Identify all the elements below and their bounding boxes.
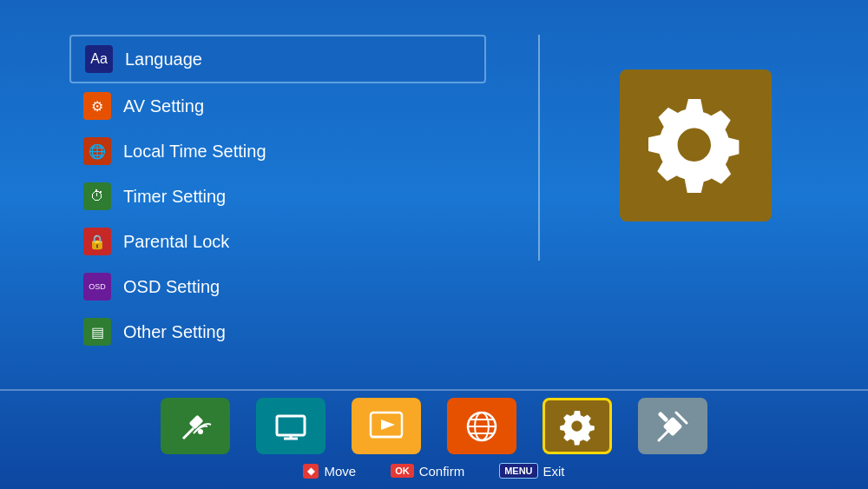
menu-panel: AaLanguage⚙AV Setting🌐Local Time Setting… (69, 35, 486, 372)
svg-point-2 (198, 429, 203, 434)
control-confirm: OKConfirm (391, 464, 464, 479)
timer-icon: ⏱ (83, 182, 111, 210)
main-container: AaLanguage⚙AV Setting🌐Local Time Setting… (0, 0, 868, 489)
control-move: ◆Move (303, 464, 356, 479)
other-setting-label: Other Setting (123, 322, 226, 342)
menu-item-other-setting[interactable]: ▤Other Setting (69, 309, 486, 354)
nav-tv-button[interactable] (256, 398, 326, 454)
divider (538, 35, 540, 261)
ctrl-label-confirm: Confirm (419, 464, 465, 479)
menu-item-parental-lock[interactable]: 🔒Parental Lock (69, 219, 486, 264)
nav-system-button[interactable] (542, 398, 612, 454)
ctrl-badge-exit: MENU (499, 463, 537, 479)
osd-icon: OSD (83, 273, 111, 301)
svg-line-17 (661, 414, 666, 420)
menu-item-osd[interactable]: OSDOSD Setting (69, 264, 486, 309)
bottom-controls: ◆MoveOKConfirmMENUExit (303, 463, 564, 489)
parental-lock-icon: 🔒 (83, 228, 111, 255)
av-setting-label: AV Setting (123, 96, 204, 116)
svg-marker-7 (381, 420, 395, 430)
bottom-bar: ◆MoveOKConfirmMENUExit (0, 389, 868, 489)
right-panel (592, 35, 799, 372)
menu-item-local-time[interactable]: 🌐Local Time Setting (69, 129, 486, 174)
svg-line-0 (183, 428, 194, 439)
content-area: AaLanguage⚙AV Setting🌐Local Time Setting… (0, 0, 868, 389)
nav-icons-row (161, 398, 707, 454)
ctrl-label-exit: Exit (543, 464, 565, 479)
local-time-label: Local Time Setting (123, 142, 266, 162)
ctrl-badge-move: ◆ (303, 464, 319, 479)
menu-item-timer[interactable]: ⏱Timer Setting (69, 174, 486, 219)
other-setting-icon: ▤ (83, 318, 111, 346)
svg-rect-3 (277, 416, 305, 435)
nav-media-button[interactable] (352, 398, 421, 454)
control-exit: MENUExit (499, 463, 564, 479)
language-icon: Aa (85, 45, 113, 73)
svg-line-14 (676, 413, 687, 423)
timer-label: Timer Setting (123, 187, 226, 207)
gear-icon (643, 94, 747, 198)
osd-label: OSD Setting (123, 277, 220, 297)
system-icon-box (620, 69, 772, 221)
local-time-icon: 🌐 (83, 137, 111, 165)
ctrl-badge-confirm: OK (391, 464, 414, 478)
svg-line-15 (659, 430, 669, 440)
ctrl-label-move: Move (324, 464, 356, 479)
language-label: Language (125, 50, 202, 69)
nav-tools-button[interactable] (638, 398, 707, 454)
menu-item-av-setting[interactable]: ⚙AV Setting (69, 83, 486, 129)
av-setting-icon: ⚙ (83, 92, 111, 120)
nav-internet-button[interactable] (447, 398, 516, 454)
parental-lock-label: Parental Lock (123, 232, 229, 252)
menu-item-language[interactable]: AaLanguage (69, 35, 486, 83)
nav-satellite-button[interactable] (161, 398, 230, 454)
